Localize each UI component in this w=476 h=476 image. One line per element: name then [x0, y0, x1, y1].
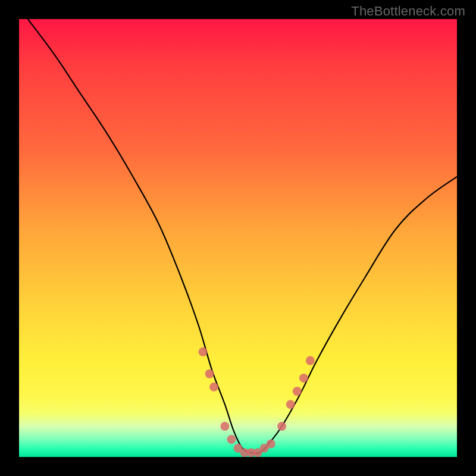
highlight-dot: [199, 347, 208, 356]
highlight-dot: [293, 387, 302, 396]
highlight-dot: [306, 356, 315, 365]
highlight-dot: [286, 400, 295, 409]
highlight-dot: [205, 369, 214, 378]
curve-layer: [19, 19, 457, 457]
highlight-dot: [277, 422, 286, 431]
highlight-dot: [209, 383, 218, 392]
highlight-dot: [267, 439, 275, 448]
highlight-dots-group: [199, 347, 315, 457]
bottleneck-curve: [28, 19, 457, 453]
highlight-dot: [220, 422, 229, 431]
highlight-dot: [299, 374, 308, 383]
highlight-dot: [227, 435, 236, 444]
watermark-text: TheBottleneck.com: [351, 4, 465, 19]
chart-frame: TheBottleneck.com: [0, 0, 476, 476]
plot-area: [19, 19, 457, 457]
